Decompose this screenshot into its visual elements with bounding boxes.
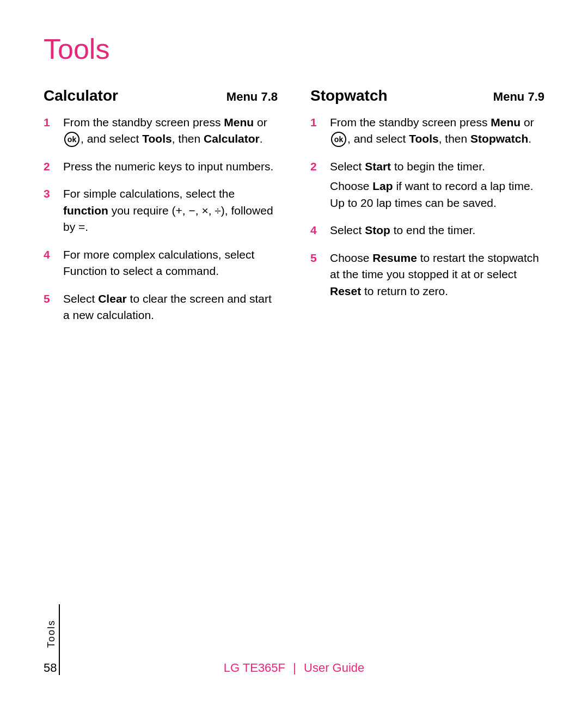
ok-icon-1: ok (64, 132, 79, 147)
stop-step-number-5: 5 (310, 250, 326, 266)
calc-step-number-5: 5 (44, 291, 59, 307)
stop-step-number-2: 2 (310, 158, 326, 175)
content-columns: Calculator Menu 7.8 1 From the standby s… (44, 87, 544, 334)
stop-step-2: 2 Select Start to begin the timer. Choos… (310, 158, 544, 211)
calc-step-number-1: 1 (44, 114, 59, 131)
stopwatch-column: Stopwatch Menu 7.9 1 From the standby sc… (310, 87, 544, 310)
stop-step-text-2b: Choose Lap if want to record a lap time.… (310, 178, 544, 211)
page-number: 58 (44, 661, 57, 675)
calc-step-number-4: 4 (44, 247, 59, 263)
stopwatch-header: Stopwatch Menu 7.9 (310, 87, 544, 105)
footer-brand: LG TE365F | User Guide (224, 661, 365, 675)
brand-name: LG TE365F (224, 661, 285, 675)
stop-step-4: 4 Select Stop to end the timer. (310, 222, 544, 238)
stop-step-text-1: From the standby screen press Menu or ok… (330, 114, 544, 148)
page-title: Tools (44, 33, 544, 65)
calculator-title: Calculator (44, 87, 118, 105)
ok-icon-2: ok (331, 132, 346, 147)
calc-step-3: 3 For simple calculations, select the fu… (44, 186, 278, 235)
calc-step-4: 4 For more complex calculations, select … (44, 247, 278, 280)
calculator-menu: Menu 7.8 (226, 90, 278, 104)
calc-step-1: 1 From the standby screen press Menu or … (44, 114, 278, 148)
stopwatch-title: Stopwatch (310, 87, 388, 105)
footer: Tools 58 LG TE365F | User Guide (44, 610, 544, 675)
calc-step-text-5: Select Clear to clear the screen and sta… (63, 291, 278, 324)
guide-text: User Guide (304, 661, 364, 675)
stop-step-number-4: 4 (310, 222, 326, 238)
calc-step-text-2: Press the numeric keys to input numbers. (63, 158, 278, 175)
calc-step-text-4: For more complex calculations, select Fu… (63, 247, 278, 280)
calc-step-number-3: 3 (44, 186, 59, 202)
stopwatch-steps: 1 From the standby screen press Menu or … (310, 114, 544, 299)
calculator-column: Calculator Menu 7.8 1 From the standby s… (44, 87, 278, 334)
stop-step-1: 1 From the standby screen press Menu or … (310, 114, 544, 148)
stop-step-text-5: Choose Resume to restart the stopwatch a… (330, 250, 544, 299)
calc-step-text-3: For simple calculations, select the func… (63, 186, 278, 235)
calculator-steps: 1 From the standby screen press Menu or … (44, 114, 278, 323)
stop-step-number-1: 1 (310, 114, 326, 131)
calculator-header: Calculator Menu 7.8 (44, 87, 278, 105)
footer-vertical-divider (59, 604, 60, 675)
footer-vertical-label: Tools (46, 620, 57, 648)
calc-step-2: 2 Press the numeric keys to input number… (44, 158, 278, 175)
calc-step-5: 5 Select Clear to clear the screen and s… (44, 291, 278, 324)
footer-separator: | (293, 661, 296, 675)
stop-step-text-4: Select Stop to end the timer. (330, 222, 544, 238)
calc-step-text-1: From the standby screen press Menu or ok… (63, 114, 278, 148)
stop-step-5: 5 Choose Resume to restart the stopwatch… (310, 250, 544, 299)
stop-step-text-2a: Select Start to begin the timer. (330, 158, 485, 175)
page-container: Tools Calculator Menu 7.8 1 From the sta… (0, 0, 588, 705)
calc-step-number-2: 2 (44, 158, 59, 175)
stopwatch-menu: Menu 7.9 (493, 90, 544, 104)
